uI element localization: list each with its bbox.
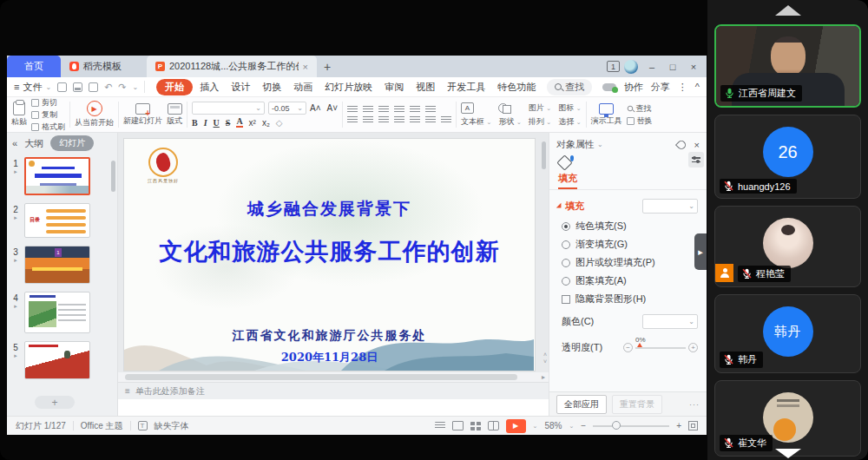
participant-tile[interactable]: 崔文华 (714, 380, 861, 457)
add-slide-button[interactable]: + (35, 396, 75, 409)
fill-preset-select[interactable]: ⌄ (642, 199, 698, 214)
underline-icon[interactable]: U (214, 118, 220, 128)
paragraph-settings-icon[interactable] (441, 116, 451, 124)
increase-icon[interactable]: + (688, 343, 698, 352)
layout-button[interactable]: 版式 (167, 103, 182, 127)
file-menu[interactable]: ≡ 文件 ⌄ (14, 81, 51, 94)
participant-tile[interactable]: 江西省周建文 (714, 24, 861, 108)
reading-view-icon[interactable] (488, 421, 499, 430)
numbering-icon[interactable] (363, 106, 373, 114)
bullets-icon[interactable] (347, 106, 358, 114)
shapes-button[interactable]: 形状 ⌄ (498, 116, 521, 128)
canvas-horizontal-scrollbar[interactable]: ▸ (118, 372, 549, 382)
new-tab-button[interactable]: + (317, 56, 338, 77)
reset-background-button[interactable]: 重置背景 (612, 395, 662, 414)
shape-gallery-icon[interactable] (498, 102, 511, 114)
account-avatar[interactable] (624, 60, 638, 74)
columns-icon[interactable] (425, 116, 436, 124)
slide-canvas[interactable]: 江西风景独好 城乡融合发展背景下 文化和旅游公共服务工作的创新 江西省文化和旅游… (118, 133, 549, 372)
italic-icon[interactable]: I (204, 118, 207, 128)
hscroll-thumb[interactable] (125, 374, 517, 380)
subscript-icon[interactable]: x₂ (262, 118, 270, 128)
collaborate-button[interactable]: 协作 (624, 81, 643, 94)
cut-button[interactable]: 剪切 (31, 97, 65, 108)
apply-all-button[interactable]: 全部应用 (556, 395, 607, 414)
thumbnail-preview[interactable] (24, 292, 90, 333)
vertical-textbox-icon[interactable]: A (461, 102, 474, 114)
find-button[interactable]: 查找 (627, 103, 653, 115)
participant-tile[interactable]: 程艳莹 (714, 206, 861, 287)
copy-button[interactable]: 复制 (31, 109, 65, 121)
option-solid-fill[interactable]: 纯色填充(S) (549, 217, 707, 235)
collapse-panel-icon[interactable]: « (12, 138, 17, 148)
superscript-icon[interactable]: x² (249, 118, 256, 128)
slide-thumbnail-5[interactable]: 5▸ (7, 341, 117, 379)
option-gradient-fill[interactable]: 渐变填充(G) (549, 235, 707, 253)
zoom-level[interactable]: 58% (544, 421, 562, 430)
arrange-button[interactable]: 排列 ⌄ (529, 116, 551, 128)
collapse-props-chevron[interactable]: ▸ (694, 233, 707, 270)
save-icon[interactable] (57, 82, 67, 92)
zoom-slider[interactable] (593, 425, 669, 427)
thumbnail-preview[interactable] (24, 157, 90, 195)
ribbon-tab-design[interactable]: 设计 (226, 79, 255, 95)
preview-icon[interactable] (89, 82, 98, 92)
font-size-select[interactable]: -0.05⌄ (268, 102, 306, 115)
slide-thumbnail-1[interactable]: 1▸ (7, 157, 117, 195)
ribbon-tab-features[interactable]: 特色功能 (492, 79, 541, 95)
presentation-tools-button[interactable]: 演示工具 (591, 103, 622, 127)
maximize-button[interactable]: □ (663, 57, 682, 76)
icon-library-button[interactable]: 图标 ⌄ (558, 102, 581, 114)
canvas-scroll-arrows[interactable]: ˄˅ (543, 352, 547, 365)
bold-icon[interactable]: B (192, 118, 198, 128)
close-panel-icon[interactable]: × (694, 140, 700, 150)
scroll-down-arrow[interactable] (775, 449, 801, 458)
tab-docer-templates[interactable]: 稻壳模板 (61, 56, 143, 77)
fit-to-window-icon[interactable] (688, 421, 698, 430)
redo-icon[interactable]: ↷ (118, 82, 126, 93)
clear-format-icon[interactable]: ◇ (276, 118, 283, 128)
font-color-icon[interactable]: A (236, 117, 242, 128)
participant-tile[interactable]: 26 huangdy126 (714, 115, 861, 199)
scroll-right-icon[interactable]: ▸ (542, 373, 545, 381)
thumbnail-preview[interactable] (24, 341, 90, 379)
slide-thumbnail-2[interactable]: 2▸ 目录 (7, 203, 117, 238)
ribbon-tab-transition[interactable]: 切换 (257, 79, 286, 95)
slideshow-play-button[interactable]: ▶ (506, 419, 526, 433)
ribbon-tab-animation[interactable]: 动画 (288, 79, 318, 95)
tab-home[interactable]: 首页 (7, 56, 61, 77)
canvas-vertical-scrollbar[interactable] (542, 141, 546, 169)
missing-font-label[interactable]: 缺失字体 (155, 420, 189, 432)
more-vertical-icon[interactable]: ⋮ (678, 82, 687, 93)
line-spacing-icon[interactable] (425, 106, 436, 114)
minimize-button[interactable]: – (642, 57, 661, 76)
zoom-out-icon[interactable]: − (581, 421, 586, 430)
undo-icon[interactable]: ↶ (104, 82, 112, 93)
close-tab-icon[interactable]: × (303, 62, 308, 72)
search-box[interactable]: 查找 (547, 79, 592, 95)
notes-view-icon[interactable] (435, 422, 445, 430)
align-center-icon[interactable] (363, 116, 373, 124)
text-box-button[interactable]: 文本框 ⌄ (461, 116, 491, 128)
print-icon[interactable] (73, 82, 82, 92)
replace-button[interactable]: 替换 (627, 115, 653, 127)
thumbnail-scrollbar[interactable] (111, 161, 115, 192)
slide-editor[interactable]: 江西风景独好 城乡融合发展背景下 文化和旅游公共服务工作的创新 江西省文化和旅游… (124, 139, 535, 371)
new-slide-button[interactable]: 新建幻灯片 (123, 103, 162, 127)
ribbon-tab-devtools[interactable]: 开发工具 (442, 79, 490, 95)
panel-title-chevron-icon[interactable]: ⌄ (597, 141, 603, 148)
participant-tile[interactable]: 韩丹 韩丹 (714, 294, 861, 373)
thumbnail-preview[interactable]: 1 (24, 246, 90, 284)
ribbon-tab-insert[interactable]: 插入 (194, 79, 224, 95)
option-pattern-fill[interactable]: 图案填充(A) (549, 272, 707, 290)
outline-tab[interactable]: 大纲 (24, 137, 43, 150)
paste-button[interactable]: 粘贴 (11, 102, 27, 128)
decrease-indent-icon[interactable] (378, 106, 389, 114)
play-from-current-button[interactable]: ▶ 从当前开始 (75, 101, 114, 128)
ribbon-tab-view[interactable]: 视图 (411, 79, 440, 95)
normal-view-icon[interactable] (452, 421, 464, 430)
slide-thumbnail-4[interactable]: 4▸ (7, 292, 117, 333)
thumbnail-preview[interactable]: 目录 (24, 203, 90, 238)
share-button[interactable]: 分享 (651, 81, 670, 94)
ribbon-tab-slideshow[interactable]: 幻灯片放映 (319, 79, 378, 95)
